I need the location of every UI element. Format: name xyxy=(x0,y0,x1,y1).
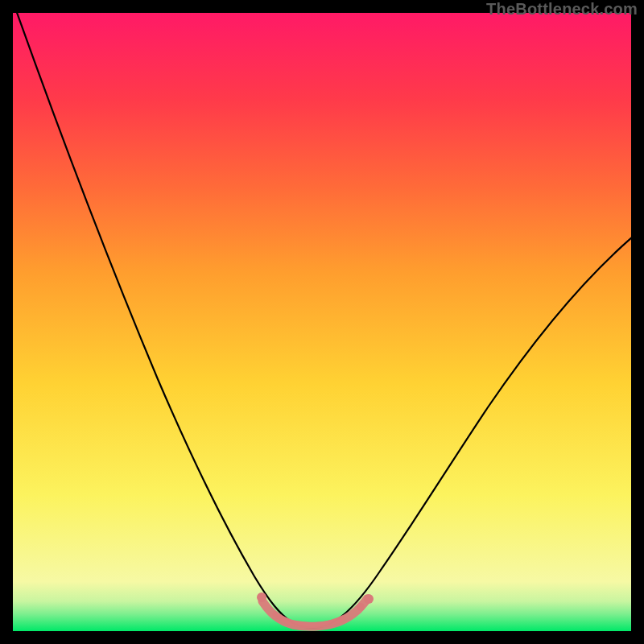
optimal-band xyxy=(257,592,374,626)
optimal-band-dot-right xyxy=(364,594,374,604)
chart-stage: TheBottleneck.com xyxy=(0,0,644,644)
curve-overlay xyxy=(13,13,631,631)
optimal-band-dot-right2 xyxy=(357,603,365,611)
attribution-text: TheBottleneck.com xyxy=(486,0,638,19)
plot-area xyxy=(13,13,631,631)
bottleneck-curve xyxy=(15,13,631,628)
optimal-band-stroke xyxy=(262,599,367,626)
optimal-band-dot-left xyxy=(257,592,266,602)
